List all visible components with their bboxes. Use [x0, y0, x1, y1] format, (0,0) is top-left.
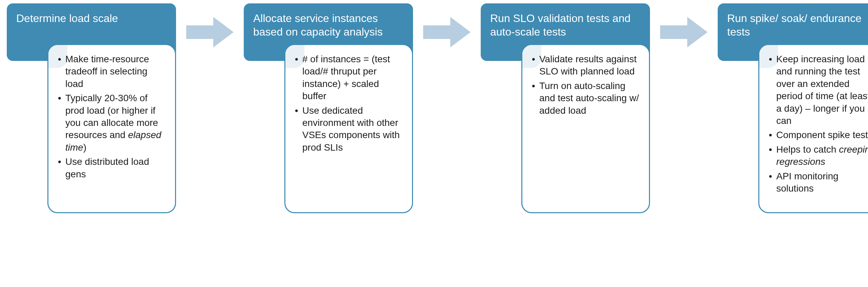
step-1-title: Determine load scale [16, 12, 118, 24]
bullet-item: Typically 20-30% of prod load (or higher… [58, 92, 166, 154]
step-2: Allocate service instances based on capa… [244, 3, 413, 213]
step-2-details: # of instances = (test load/# thruput pe… [284, 44, 413, 213]
arrow-icon [660, 15, 708, 49]
bullet-item: Make time-resource tradeoff in selecting… [58, 53, 166, 90]
process-flow: Determine load scale Make time-resource … [7, 3, 861, 213]
step-3-title: Run SLO validation tests and auto-scale … [490, 12, 630, 38]
arrow-icon [186, 15, 234, 49]
step-4-details: Keep increasing load and running the tes… [758, 44, 868, 213]
bullet-item: Use distributed load gens [58, 156, 166, 180]
step-3: Run SLO validation tests and auto-scale … [481, 3, 650, 213]
step-3-details: Validate results against SLO with planne… [521, 44, 650, 213]
bullet-item: Validate results against SLO with planne… [532, 53, 639, 78]
bullet-item: Use dedicated environment with other VSE… [295, 105, 403, 154]
bullet-item: Turn on auto-scaling and test auto-scali… [532, 80, 639, 117]
arrow-icon [423, 15, 471, 49]
step-1: Determine load scale Make time-resource … [7, 3, 176, 213]
step-1-bullets: Make time-resource tradeoff in selecting… [58, 53, 166, 180]
step-3-bullets: Validate results against SLO with planne… [532, 53, 639, 117]
bullet-item: API monitoring solutions [769, 170, 868, 195]
step-2-bullets: # of instances = (test load/# thruput pe… [295, 53, 403, 154]
step-4-title: Run spike/ soak/ endurance tests [727, 12, 862, 38]
step-4: Run spike/ soak/ endurance tests Keep in… [718, 3, 868, 213]
bullet-item: Helps to catch creeping regressions [769, 144, 868, 168]
step-1-details: Make time-resource tradeoff in selecting… [47, 44, 176, 213]
step-4-bullets: Keep increasing load and running the tes… [769, 53, 868, 195]
bullet-item: Keep increasing load and running the tes… [769, 53, 868, 127]
step-2-title: Allocate service instances based on capa… [253, 12, 383, 38]
bullet-item: Component spike tests [769, 129, 868, 141]
bullet-item: # of instances = (test load/# thruput pe… [295, 53, 403, 103]
